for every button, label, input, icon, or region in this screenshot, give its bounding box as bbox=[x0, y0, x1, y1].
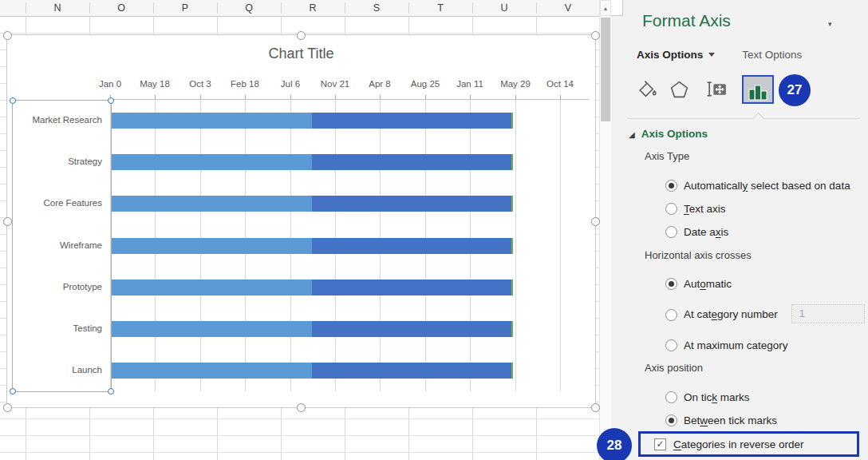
x-axis-tick-label: Jan 11 bbox=[456, 78, 483, 89]
annotation-badge-28: 28 bbox=[597, 428, 632, 460]
pentagon-effects-icon bbox=[669, 78, 690, 100]
radio-icon[interactable] bbox=[665, 391, 677, 403]
column-header[interactable]: U bbox=[472, 0, 536, 16]
bar-segment-series2[interactable] bbox=[312, 363, 511, 379]
checkbox-categories-reverse-order[interactable]: ✓Categories in reverse order bbox=[654, 436, 804, 452]
column-header[interactable]: P bbox=[153, 0, 217, 16]
radio-icon[interactable] bbox=[665, 278, 677, 290]
column-header[interactable]: O bbox=[89, 0, 153, 16]
x-axis-tick-label: Oct 14 bbox=[546, 78, 574, 89]
x-axis-tick-label: Nov 21 bbox=[321, 78, 349, 89]
column-header[interactable]: T bbox=[408, 0, 472, 16]
annotation-badge-27: 27 bbox=[779, 74, 811, 106]
chart-resize-handle[interactable] bbox=[297, 31, 306, 40]
radio-date-axis[interactable]: Date axis bbox=[665, 224, 728, 240]
radio-at-maximum-category[interactable]: At maximum category bbox=[665, 337, 788, 353]
radio-at-category-number[interactable]: At category number bbox=[665, 297, 778, 332]
radio-icon[interactable] bbox=[665, 414, 677, 426]
chart-resize-handle[interactable] bbox=[3, 217, 12, 226]
bar-segment-series1[interactable] bbox=[111, 280, 312, 295]
bar-segment-series1[interactable] bbox=[111, 238, 312, 254]
grid-hline bbox=[0, 418, 599, 419]
bar-segment-series1[interactable] bbox=[111, 363, 312, 379]
column-header[interactable]: V bbox=[536, 0, 600, 16]
checkbox-icon[interactable]: ✓ bbox=[654, 438, 666, 450]
bar-segment-series2[interactable] bbox=[312, 321, 511, 337]
radio-text-axis[interactable]: Text axis bbox=[665, 200, 726, 216]
column-header[interactable]: S bbox=[345, 0, 408, 16]
x-axis-tick-label: Oct 3 bbox=[189, 78, 211, 89]
chart-resize-handle[interactable] bbox=[591, 217, 600, 226]
chart-resize-handle[interactable] bbox=[3, 403, 12, 412]
axis-selection-handle[interactable] bbox=[10, 388, 16, 395]
grid-hline bbox=[0, 435, 599, 436]
axis-selection-handle[interactable] bbox=[10, 97, 16, 104]
vertical-scrollbar[interactable]: ▲ bbox=[599, 0, 611, 460]
chart-gridline bbox=[515, 100, 516, 391]
radio-automatically-select[interactable]: Automatically select based on data bbox=[665, 177, 850, 193]
tab-text-options[interactable]: Text Options bbox=[742, 49, 802, 61]
bar-segment-series1[interactable] bbox=[111, 321, 312, 337]
column-header[interactable]: R bbox=[281, 0, 345, 16]
axis-type-label: Axis Type bbox=[645, 150, 689, 162]
bar-segment-series1[interactable] bbox=[111, 113, 312, 129]
fill-line-button[interactable] bbox=[637, 78, 658, 100]
axis-tick-mark bbox=[380, 95, 381, 99]
bar-segment-series1[interactable] bbox=[111, 154, 312, 170]
gantt-chart[interactable]: Chart Title Jan 0May 18Oct 3Feb 18Jul 6N… bbox=[6, 34, 596, 408]
axis-options-section-header[interactable]: ◢Axis Options bbox=[629, 128, 708, 140]
effects-button[interactable] bbox=[669, 78, 690, 100]
axis-selection-handle[interactable] bbox=[108, 97, 114, 104]
axis-crosses-label: Horizontal axis crosses bbox=[645, 249, 752, 261]
bar-segment-series3[interactable] bbox=[511, 154, 513, 170]
bar-segment-series3[interactable] bbox=[511, 238, 513, 254]
bar-segment-series2[interactable] bbox=[312, 280, 511, 295]
pane-collapse-icon[interactable]: ▾ bbox=[828, 20, 832, 28]
chart-resize-handle[interactable] bbox=[591, 403, 600, 412]
category-axis-selection-box[interactable] bbox=[12, 100, 112, 392]
radio-icon[interactable] bbox=[665, 180, 677, 192]
column-header[interactable]: Q bbox=[217, 0, 281, 16]
axis-position-label: Axis position bbox=[645, 362, 703, 374]
radio-on-tick-marks[interactable]: On tick marks bbox=[665, 389, 750, 405]
size-properties-button[interactable] bbox=[706, 78, 728, 100]
bar-segment-series3[interactable] bbox=[511, 363, 513, 379]
axis-selection-handle[interactable] bbox=[108, 388, 114, 395]
bar-segment-series2[interactable] bbox=[312, 238, 511, 254]
bar-segment-series3[interactable] bbox=[511, 113, 513, 129]
bar-segment-series3[interactable] bbox=[511, 196, 513, 212]
chart-resize-handle[interactable] bbox=[3, 31, 12, 40]
chart-resize-handle[interactable] bbox=[297, 403, 306, 412]
bar-segment-series3[interactable] bbox=[511, 280, 513, 295]
bar-segment-series2[interactable] bbox=[312, 113, 511, 129]
bar-segment-series2[interactable] bbox=[312, 154, 511, 170]
column-header-row[interactable]: NOPQRSTUV bbox=[0, 0, 599, 17]
radio-automatic[interactable]: Automatic bbox=[665, 276, 732, 291]
bar-segment-series3[interactable] bbox=[511, 321, 513, 337]
axis-tick-mark bbox=[425, 95, 426, 99]
column-header[interactable]: N bbox=[26, 0, 89, 16]
pane-corner-box bbox=[611, 0, 623, 16]
scrollbar-thumb[interactable] bbox=[601, 18, 610, 121]
tab-axis-options[interactable]: Axis Options bbox=[637, 49, 703, 61]
axis-options-dropdown-icon[interactable] bbox=[708, 53, 715, 57]
chart-title[interactable]: Chart Title bbox=[7, 46, 595, 62]
chart-resize-handle[interactable] bbox=[591, 31, 600, 40]
paint-bucket-icon bbox=[637, 78, 658, 100]
bar-segment-series2[interactable] bbox=[312, 196, 511, 212]
radio-icon[interactable] bbox=[665, 309, 677, 321]
category-number-input[interactable]: 1 bbox=[791, 304, 865, 323]
pane-separator bbox=[627, 118, 860, 119]
plot-area[interactable] bbox=[110, 99, 589, 391]
section-expanded-icon[interactable]: ◢ bbox=[629, 130, 635, 139]
scroll-up-arrow-icon: ▲ bbox=[603, 6, 609, 11]
radio-icon[interactable] bbox=[665, 226, 677, 238]
bar-segment-series1[interactable] bbox=[111, 196, 312, 212]
radio-icon[interactable] bbox=[665, 339, 677, 351]
size-properties-icon bbox=[706, 78, 728, 100]
radio-between-tick-marks[interactable]: Between tick marks bbox=[665, 412, 777, 428]
axis-options-icon-button-selected[interactable] bbox=[742, 75, 774, 104]
scroll-up-button[interactable]: ▲ bbox=[600, 0, 611, 16]
axis-tick-mark bbox=[245, 95, 246, 99]
radio-icon[interactable] bbox=[665, 203, 677, 215]
